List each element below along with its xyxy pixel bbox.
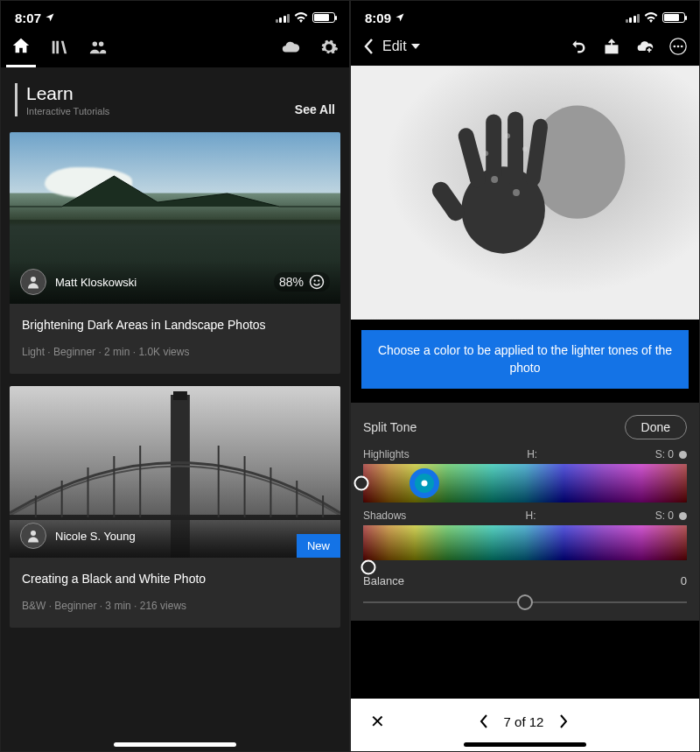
- battery-icon: [662, 12, 685, 23]
- home-icon: [11, 36, 31, 55]
- highlights-spectrum[interactable]: [363, 464, 687, 503]
- svg-rect-6: [173, 391, 187, 400]
- top-nav: [1, 31, 349, 67]
- smiley-icon: [309, 274, 325, 290]
- shadows-handle[interactable]: [361, 560, 376, 575]
- learn-subtitle: Interactive Tutorials: [26, 106, 109, 116]
- svg-point-22: [674, 46, 676, 48]
- svg-point-1: [31, 277, 36, 282]
- status-time: 8:07: [15, 11, 41, 25]
- card-author: Matt Kloskowski: [20, 269, 136, 295]
- wifi-icon: [644, 12, 658, 23]
- home-indicator[interactable]: [114, 742, 236, 747]
- location-arrow-icon: [45, 12, 55, 23]
- sat-label: S: 0: [655, 448, 674, 460]
- highlights-label: Highlights: [363, 448, 410, 460]
- see-all-link[interactable]: See All: [295, 102, 335, 116]
- avatar: [20, 523, 46, 549]
- panel-title: Split Tone: [363, 420, 416, 434]
- svg-point-4: [318, 279, 319, 281]
- svg-point-33: [483, 151, 488, 156]
- signal-icon: [626, 12, 640, 23]
- status-time: 8:09: [365, 11, 391, 25]
- more-icon[interactable]: [669, 38, 687, 55]
- split-tone-panel: Split Tone Done Highlights H: S: 0 Shado…: [351, 403, 699, 621]
- svg-point-18: [31, 531, 36, 536]
- edit-mode-dropdown[interactable]: Edit: [382, 39, 420, 54]
- library-icon[interactable]: [50, 38, 69, 57]
- balance-label: Balance: [363, 574, 404, 587]
- sat-dot: [679, 451, 687, 459]
- tab-home[interactable]: [11, 36, 31, 59]
- people-icon[interactable]: [88, 38, 108, 57]
- share-icon[interactable]: [603, 38, 620, 55]
- card-title: Creating a Black and White Photo: [10, 558, 340, 591]
- signal-icon: [276, 12, 290, 23]
- svg-point-36: [491, 176, 498, 183]
- learn-screen: 8:07 Learn: [0, 0, 350, 752]
- svg-point-35: [522, 146, 528, 151]
- svg-point-2: [311, 276, 324, 289]
- wifi-icon: [294, 12, 308, 23]
- back-icon[interactable]: [363, 38, 374, 55]
- svg-point-34: [505, 133, 510, 138]
- balance-value: 0: [681, 574, 687, 587]
- hue-label: H:: [526, 510, 536, 522]
- tutorial-image: Matt Kloskowski 88%: [10, 132, 340, 304]
- gear-icon[interactable]: [319, 38, 339, 57]
- screen-body: Learn Interactive Tutorials See All: [1, 67, 349, 751]
- tutorial-image: Nicole S. Young New: [10, 386, 340, 558]
- svg-point-37: [513, 189, 520, 196]
- svg-rect-30: [508, 111, 523, 186]
- tutorial-card[interactable]: Matt Kloskowski 88% Brightening Dark Are…: [10, 132, 340, 374]
- author-name: Nicole S. Young: [55, 530, 136, 543]
- close-button[interactable]: ✕: [370, 711, 385, 732]
- avatar: [20, 269, 46, 295]
- home-indicator[interactable]: [464, 742, 586, 747]
- done-button[interactable]: Done: [625, 415, 687, 439]
- svg-point-23: [677, 46, 680, 48]
- shadows-spectrum[interactable]: [363, 525, 687, 560]
- chevron-down-icon: [411, 44, 420, 49]
- card-title: Brightening Dark Areas in Landscape Phot…: [10, 304, 340, 337]
- learn-title: Learn: [26, 83, 109, 104]
- svg-point-3: [314, 279, 316, 281]
- edit-topbar: Edit: [351, 31, 699, 66]
- photo-preview[interactable]: [351, 66, 699, 320]
- sat-dot: [679, 512, 687, 520]
- prev-step[interactable]: [480, 714, 488, 728]
- highlights-color-picker[interactable]: [410, 468, 439, 498]
- svg-rect-29: [486, 114, 501, 184]
- cloud-icon[interactable]: [281, 38, 300, 57]
- hint-banner: Choose a color to be applied to the ligh…: [361, 330, 689, 389]
- status-bar: 8:07: [1, 1, 349, 31]
- status-bar: 8:09: [351, 1, 699, 31]
- balance-thumb[interactable]: [517, 594, 533, 610]
- battery-icon: [312, 12, 335, 23]
- svg-rect-19: [606, 46, 617, 53]
- highlights-handle[interactable]: [354, 476, 369, 491]
- undo-icon[interactable]: [570, 38, 587, 55]
- next-step[interactable]: [559, 714, 568, 728]
- card-tags: B&W · Beginner · 3 min · 216 views: [10, 591, 340, 628]
- edit-screen: 8:09 Edit: [350, 0, 700, 752]
- sat-label: S: 0: [655, 510, 674, 522]
- learn-header: Learn Interactive Tutorials See All: [1, 67, 349, 125]
- tutorial-card[interactable]: Nicole S. Young New Creating a Black and…: [10, 386, 340, 628]
- card-tags: Light · Beginner · 2 min · 1.0K views: [10, 337, 340, 374]
- balance-slider[interactable]: [363, 591, 687, 614]
- hue-label: H:: [527, 448, 537, 460]
- new-badge: New: [297, 534, 340, 558]
- location-arrow-icon: [395, 12, 405, 23]
- step-counter: 7 of 12: [504, 714, 544, 729]
- svg-point-24: [681, 46, 683, 48]
- author-name: Matt Kloskowski: [55, 276, 136, 289]
- shadows-label: Shadows: [363, 510, 406, 522]
- card-author: Nicole S. Young: [20, 523, 136, 549]
- card-rating: 88%: [274, 272, 330, 292]
- cloud-add-icon[interactable]: [636, 38, 654, 55]
